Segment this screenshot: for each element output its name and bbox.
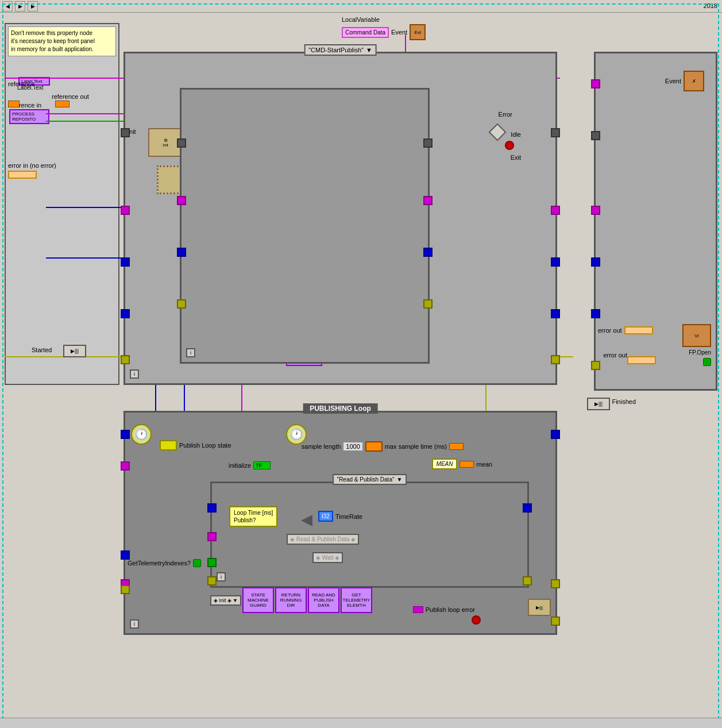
red-led: [505, 141, 514, 150]
error-out-terminal: [627, 356, 656, 364]
pl-right-t1: [551, 430, 560, 439]
initialize-label: initialize: [229, 462, 251, 469]
error-out-cluster: [624, 326, 653, 334]
bool-true-const: TF: [253, 461, 271, 469]
state-block-3[interactable]: READ ANDPUBLISHDATA: [308, 587, 339, 613]
get-tele-bool: [193, 559, 201, 567]
right-tunnel-blue: [551, 257, 560, 267]
timerate-area: I32 TimeRate: [318, 511, 362, 522]
vi-icon[interactable]: VI: [682, 324, 711, 347]
mean-area: MEAN mean: [432, 459, 492, 469]
inner-loop-box: "Read & Publish Data" ▼ Loop Time [ms] P…: [210, 482, 529, 588]
error-in-label: error in (no error): [8, 162, 56, 169]
publish-loop-state-label: Publish Loop state: [179, 442, 231, 449]
loop-time-label: Loop Time [ms]: [234, 510, 273, 516]
rp-left-t2: [591, 131, 600, 140]
sample-length-label: sample length: [302, 443, 341, 450]
inner-left-yellow-t: [207, 576, 217, 586]
bottom-subvi-row: ◈ Init ◈ ▼ STATEMACHINEGUARD RETURNRUNNI…: [210, 587, 372, 613]
read-publish-block: ◈ Read & Publish Data ◈: [287, 534, 359, 545]
get-telemetry-area: GetTelemetryIndexes?: [128, 559, 201, 567]
local-var-label: LocalVariable: [342, 16, 426, 23]
pink-wire-left: [5, 78, 125, 79]
vi-block-area: VI FP.Open: [682, 324, 711, 366]
started-label: Started: [32, 346, 52, 353]
iteration-counter: i: [130, 369, 139, 379]
left-tunnel-pink: [121, 206, 130, 215]
publish-loop-state-area: Publish Loop state: [160, 440, 231, 450]
loop-error-terminal: [413, 606, 423, 613]
state-block-2[interactable]: RETURNRUNNINGDIR: [275, 587, 307, 613]
event-handler[interactable]: ✗: [684, 71, 704, 91]
pl-left-t3: [121, 550, 130, 560]
right-tunnel-yellow: [551, 355, 560, 364]
wait-block: ◈ Wait ◈: [312, 552, 343, 563]
mean-block: MEAN: [432, 459, 458, 469]
inner-case-arrow: ▼: [397, 476, 403, 483]
array-block: [365, 441, 383, 452]
right-panel: Event ✗ error out VI FP.Open: [594, 52, 717, 391]
mean-label: mean: [476, 461, 492, 468]
amp-arrow: [301, 515, 312, 526]
note-box: Don't remove this property node it's nec…: [8, 26, 116, 56]
idle-selector: [488, 123, 506, 141]
reference-out-label: reference out: [52, 93, 89, 100]
scrollbar-bottom[interactable]: [0, 718, 722, 728]
publish-state-enum: [160, 440, 177, 450]
state-block-1[interactable]: STATEMACHINEGUARD: [242, 587, 274, 613]
pl-right-t2: [551, 579, 560, 588]
inner-left-pink-t: [207, 532, 217, 541]
inner-right-t3: [423, 248, 433, 257]
init-subvi-label: Init: [163, 143, 168, 147]
event-vi[interactable]: Evt: [410, 24, 426, 40]
publishing-loop-box: PUBLISHING Loop 🕐 🕐 Publish Loop state s…: [123, 411, 557, 635]
pub-loop-iter: i: [130, 619, 139, 629]
read-publish-area: ◈ Read & Publish Data ◈: [287, 534, 359, 545]
right-tunnel-blue2: [551, 309, 560, 318]
left-tunnel-1: [121, 128, 130, 137]
finished-subvi[interactable]: ▶|||: [587, 398, 610, 410]
dbl-indicator: [449, 443, 464, 450]
initialize-area: initialize TF: [229, 461, 271, 469]
error-out-right-label: error out: [603, 352, 627, 359]
case-selector[interactable]: "CMD-StartPublish" ▼: [304, 44, 377, 56]
ref-in-terminal: [8, 101, 20, 107]
init-sel-label: ◈ Init ◈: [214, 598, 231, 603]
left-tunnel-yellow: [121, 355, 130, 364]
rp-left-t1: [591, 79, 600, 88]
mean-dbl: [460, 461, 474, 468]
case-arrow: ▼: [366, 47, 372, 53]
pl-left-t1: [121, 430, 130, 439]
rp-left-t4: [591, 257, 600, 267]
main-canvas: ◀ ▶ ▶ 2018 Don't remove this property no…: [0, 0, 722, 728]
command-data-block: Command Data: [342, 27, 389, 38]
max-sample-label: max sample time (ms): [385, 443, 447, 450]
right-bottom-subvi[interactable]: ▶|||: [528, 599, 551, 616]
inner-right-t1: [423, 138, 433, 148]
init-selector[interactable]: ◈ Init ◈ ▼: [210, 595, 241, 606]
error-out-area: error out: [598, 326, 653, 334]
sample-length-area: sample length 1000 max sample time (ms): [302, 441, 464, 452]
inner-case-title: "Read & Publish Data": [337, 476, 395, 483]
wait-area: ◈ Wait ◈: [312, 552, 343, 563]
finished-icon: ▶|||: [594, 401, 603, 407]
event-right-label: Event: [665, 78, 681, 84]
rp-left-t3: [591, 206, 600, 215]
error-in-cluster: [8, 171, 37, 179]
started-icon: ▶|||: [71, 348, 79, 354]
inner-case: i: [180, 88, 430, 364]
pl-left-t2: [121, 461, 130, 471]
bool-const: [703, 358, 711, 366]
clock-icon-pub: 🕐: [131, 424, 152, 445]
started-subvi[interactable]: ▶|||: [63, 345, 86, 357]
left-tunnel-blue2: [121, 309, 130, 318]
inner-left-t3: [177, 248, 186, 257]
case-title: "CMD-StartPublish": [308, 47, 364, 53]
publishing-loop-title: PUBLISHING Loop: [303, 403, 378, 414]
inner-left-t1: [177, 138, 186, 148]
inner-right-yellow-t: [523, 576, 532, 586]
inner-left-blue-t: [207, 503, 217, 513]
inner-iter-counter: i: [217, 572, 226, 581]
inner-case-selector[interactable]: "Read & Publish Data" ▼: [333, 474, 407, 485]
state-block-4[interactable]: GETTELEMETRYELEMTH: [341, 587, 372, 613]
